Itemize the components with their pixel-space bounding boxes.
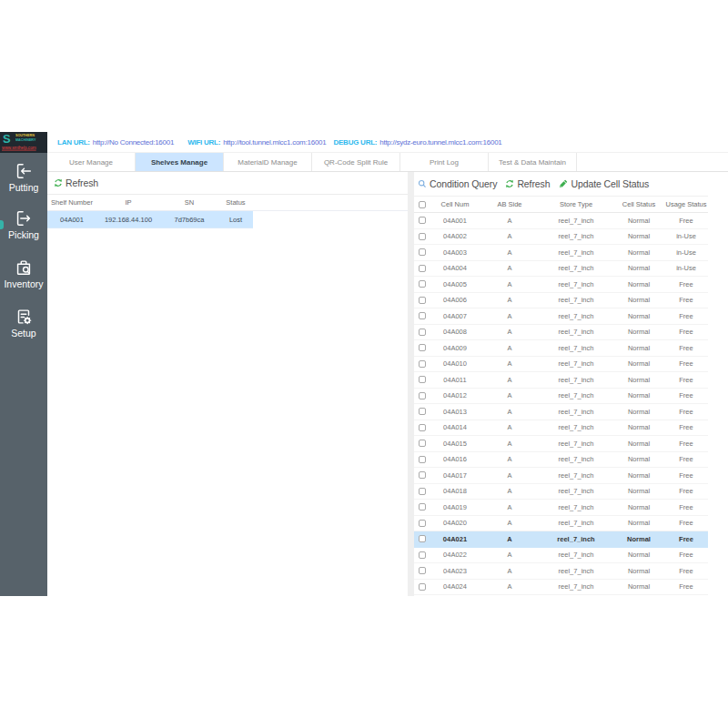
shelves-refresh-button[interactable]: Refresh bbox=[47, 172, 408, 195]
tab-shelves-manage[interactable]: Shelves Manage bbox=[136, 153, 224, 171]
cell-row-04A001[interactable]: 04A001Areel_7_inchNormalFree bbox=[414, 213, 708, 229]
sidebar-item-setup[interactable]: Setup bbox=[0, 307, 47, 339]
tab-materialid-manage[interactable]: MaterialD Manage bbox=[224, 153, 312, 171]
shelf-row-04A001[interactable]: 04A001 192.168.44.100 7d7b69ca Lost bbox=[47, 211, 253, 228]
cell-row-04A014[interactable]: 04A014Areel_7_inchNormalFree bbox=[414, 420, 708, 437]
row-checkbox[interactable] bbox=[419, 280, 426, 288]
cell-row-04A010[interactable]: 04A010Areel_7_inchNormalFree bbox=[414, 357, 708, 373]
condition-query-button[interactable]: Condition Query bbox=[430, 178, 497, 189]
inventory-icon bbox=[14, 258, 34, 278]
cell-cell: 04A006 bbox=[430, 296, 480, 304]
cell-store: reel_7_inch bbox=[539, 296, 613, 304]
cell-row-04A006[interactable]: 04A006Areel_7_inchNormalFree bbox=[414, 293, 708, 309]
picking-icon bbox=[14, 208, 34, 228]
cell-row-04A022[interactable]: 04A022Areel_7_inchNormalFree bbox=[414, 548, 708, 564]
cell-cell: 04A014 bbox=[430, 423, 480, 431]
row-checkbox[interactable] bbox=[419, 471, 426, 479]
cell-row-04A015[interactable]: 04A015Areel_7_inchNormalFree bbox=[414, 436, 708, 452]
tab-test-data-maintain[interactable]: Test & Data Maintain bbox=[489, 153, 577, 171]
cell-usage: Free bbox=[664, 567, 708, 575]
cell-side: A bbox=[480, 232, 539, 240]
shelf-status-cell: Lost bbox=[218, 216, 253, 224]
row-checkbox[interactable] bbox=[419, 456, 426, 463]
cell-side: A bbox=[480, 391, 539, 399]
row-checkbox[interactable] bbox=[419, 297, 426, 304]
cell-row-04A004[interactable]: 04A004Areel_7_inchNormalin-Use bbox=[414, 261, 708, 278]
cells-refresh-icon bbox=[505, 179, 514, 188]
row-checkbox[interactable] bbox=[419, 567, 426, 574]
row-checkbox[interactable] bbox=[419, 376, 426, 383]
cell-row-04A003[interactable]: 04A003Areel_7_inchNormalin-Use bbox=[414, 245, 708, 261]
sidebar-item-picking[interactable]: Picking bbox=[0, 208, 47, 240]
shelves-panel: Refresh Shelf Number IP SN Status 04A001… bbox=[47, 172, 408, 596]
cell-usage: Free bbox=[664, 408, 708, 416]
row-checkbox[interactable] bbox=[419, 503, 426, 511]
sidebar-label-setup: Setup bbox=[0, 328, 47, 339]
cell-cell: 04A023 bbox=[430, 567, 480, 575]
cell-row-04A013[interactable]: 04A013Areel_7_inchNormalFree bbox=[414, 404, 708, 420]
debug-url-label: DEBUG URL: bbox=[333, 138, 377, 147]
cells-refresh-button[interactable]: Refresh bbox=[517, 178, 550, 189]
tab-print-log[interactable]: Print Log bbox=[400, 153, 489, 171]
row-checkbox[interactable] bbox=[419, 248, 426, 256]
cell-row-04A012[interactable]: 04A012Areel_7_inchNormalFree bbox=[414, 389, 708, 405]
lan-url-label: LAN URL: bbox=[57, 138, 90, 147]
row-checkbox[interactable] bbox=[419, 535, 426, 542]
col-cell-status: Cell Status bbox=[613, 200, 664, 208]
cell-row-04A009[interactable]: 04A009Areel_7_inchNormalFree bbox=[414, 340, 708, 357]
cell-row-04A011[interactable]: 04A011Areel_7_inchNormalFree bbox=[414, 372, 708, 389]
cell-status: Normal bbox=[613, 535, 664, 543]
update-cell-status-button[interactable]: Update Cell Status bbox=[571, 178, 649, 189]
debug-url-value: http://sydz-euro.tunnel.mlcc1.com:16001 bbox=[379, 138, 501, 147]
cell-usage: Free bbox=[664, 487, 708, 495]
cell-row-04A007[interactable]: 04A007Areel_7_inchNormalFree bbox=[414, 308, 708, 325]
cell-row-04A016[interactable]: 04A016Areel_7_inchNormalFree bbox=[414, 452, 708, 469]
cell-row-04A019[interactable]: 04A019Areel_7_inchNormalFree bbox=[414, 500, 708, 516]
row-checkbox[interactable] bbox=[419, 424, 426, 431]
cell-side: A bbox=[480, 471, 539, 480]
row-checkbox[interactable] bbox=[419, 360, 426, 368]
tab-qrcode-split-rule[interactable]: QR-Code Split Rule bbox=[312, 153, 400, 171]
cell-row-04A021[interactable]: 04A021Areel_7_inchNormalFree bbox=[414, 531, 708, 548]
cell-store: reel_7_inch bbox=[539, 264, 613, 272]
row-checkbox[interactable] bbox=[419, 551, 426, 559]
row-checkbox[interactable] bbox=[419, 488, 426, 495]
cell-row-04A024[interactable]: 04A024Areel_7_inchNormalFree bbox=[414, 580, 708, 596]
cell-store: reel_7_inch bbox=[539, 535, 613, 543]
logo-url[interactable]: www.smthelp.com bbox=[2, 146, 36, 150]
row-checkbox[interactable] bbox=[419, 440, 426, 447]
tab-user-manage[interactable]: User Manage bbox=[47, 153, 136, 171]
cell-row-04A023[interactable]: 04A023Areel_7_inchNormalFree bbox=[414, 563, 708, 580]
cell-row-04A002[interactable]: 04A002Areel_7_inchNormalin-Use bbox=[414, 229, 708, 246]
row-checkbox[interactable] bbox=[419, 583, 426, 591]
row-checkbox[interactable] bbox=[419, 520, 426, 527]
cell-side: A bbox=[480, 359, 539, 368]
sidebar-item-inventory[interactable]: Inventory bbox=[0, 258, 47, 289]
select-all-checkbox[interactable] bbox=[419, 201, 426, 208]
cell-row-04A017[interactable]: 04A017Areel_7_inchNormalFree bbox=[414, 468, 708, 484]
row-checkbox[interactable] bbox=[419, 329, 426, 336]
row-checkbox[interactable] bbox=[419, 217, 426, 224]
update-cell-status-icon bbox=[559, 179, 568, 188]
setup-icon bbox=[14, 307, 34, 327]
row-checkbox[interactable] bbox=[419, 312, 426, 319]
row-checkbox[interactable] bbox=[419, 265, 426, 272]
row-checkbox[interactable] bbox=[419, 392, 426, 399]
row-checkbox[interactable] bbox=[419, 344, 426, 351]
wifi-url-value: http://tool.tunnel.mlcc1.com:16001 bbox=[223, 138, 326, 147]
cell-side: A bbox=[480, 535, 539, 543]
cell-row-04A005[interactable]: 04A005Areel_7_inchNormalFree bbox=[414, 277, 708, 293]
cell-row-04A020[interactable]: 04A020Areel_7_inchNormalFree bbox=[414, 516, 708, 532]
sidebar-label-putting: Putting bbox=[0, 182, 47, 193]
cell-row-04A008[interactable]: 04A008Areel_7_inchNormalFree bbox=[414, 325, 708, 341]
cell-cell: 04A005 bbox=[430, 280, 480, 288]
panel-divider[interactable] bbox=[408, 172, 414, 596]
cell-cell: 04A017 bbox=[430, 471, 480, 480]
row-checkbox[interactable] bbox=[419, 233, 426, 240]
sidebar-item-putting[interactable]: Putting bbox=[0, 161, 47, 193]
cell-usage: Free bbox=[664, 519, 708, 527]
cell-cell: 04A019 bbox=[430, 503, 480, 511]
cells-table-header: Cell Num AB Side Store Type Cell Status … bbox=[414, 196, 708, 213]
row-checkbox[interactable] bbox=[419, 408, 426, 415]
cell-row-04A018[interactable]: 04A018Areel_7_inchNormalFree bbox=[414, 484, 708, 500]
